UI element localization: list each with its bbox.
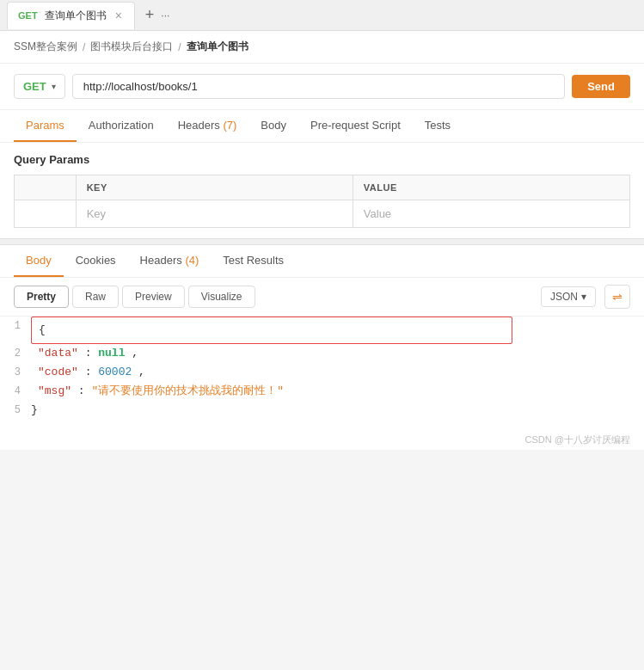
tab-params[interactable]: Params xyxy=(14,110,77,142)
open-brace: { xyxy=(39,323,46,336)
response-tabs: Body Cookies Headers (4) Test Results xyxy=(0,245,644,278)
method-dropdown[interactable]: GET ▾ xyxy=(14,74,65,99)
format-raw-btn[interactable]: Raw xyxy=(72,286,119,308)
tab-authorization[interactable]: Authorization xyxy=(77,110,166,142)
format-visualize-btn[interactable]: Visualize xyxy=(188,286,255,308)
json-type-dropdown[interactable]: JSON ▾ xyxy=(541,286,596,307)
code-content-2: "data" : null , xyxy=(31,344,644,363)
section-separator xyxy=(0,238,644,245)
params-key-header: KEY xyxy=(76,175,353,200)
tab-pre-request[interactable]: Pre-request Script xyxy=(298,110,413,142)
code-line-1: 1 { xyxy=(0,317,644,344)
line-num-1: 1 xyxy=(0,317,31,335)
line-num-3: 3 xyxy=(0,363,31,381)
resp-headers-badge: (4) xyxy=(185,254,199,267)
tab-close-icon[interactable]: × xyxy=(113,7,124,24)
watermark: CSDN @十八岁讨厌编程 xyxy=(0,430,644,450)
code-content-5: } xyxy=(31,401,644,420)
close-brace: } xyxy=(31,403,38,416)
line-num-5: 5 xyxy=(0,401,31,419)
method-arrow-icon: ▾ xyxy=(52,82,56,91)
request-tabs: Params Authorization Headers (7) Body Pr… xyxy=(0,110,644,143)
params-value-cell[interactable]: Value xyxy=(353,200,629,228)
params-value-header: VALUE xyxy=(353,175,629,200)
code-line-4: 4 "msg" : "请不要使用你的技术挑战我的耐性！" xyxy=(0,382,644,401)
tab-headers[interactable]: Headers (7) xyxy=(166,110,249,142)
send-button[interactable]: Send xyxy=(572,75,630,98)
more-tabs-icon[interactable]: ··· xyxy=(161,9,169,22)
query-params-title: Query Params xyxy=(14,153,630,166)
url-input[interactable] xyxy=(72,74,565,99)
format-pretty-btn[interactable]: Pretty xyxy=(14,286,69,308)
code-content-4: "msg" : "请不要使用你的技术挑战我的耐性！" xyxy=(31,382,644,401)
tab-title: 查询单个图书 xyxy=(45,9,107,23)
val-null: null xyxy=(98,347,125,360)
breadcrumb-sep-1: / xyxy=(83,41,85,53)
breadcrumb-item-3: 查询单个图书 xyxy=(187,40,248,54)
key-data: "data" xyxy=(38,347,78,360)
code-content-1: { xyxy=(31,317,644,344)
params-check-cell xyxy=(15,200,77,228)
tab-bar: GET 查询单个图书 × + ··· xyxy=(0,0,644,31)
code-line-3: 3 "code" : 60002 , xyxy=(0,363,644,382)
resp-tab-cookies[interactable]: Cookies xyxy=(64,245,128,277)
format-preview-btn[interactable]: Preview xyxy=(122,286,185,308)
val-code: 60002 xyxy=(98,366,132,378)
response-section: Body Cookies Headers (4) Test Results Pr… xyxy=(0,245,644,430)
key-msg: "msg" xyxy=(38,384,71,397)
resp-tab-headers[interactable]: Headers (4) xyxy=(128,245,212,277)
tab-tests[interactable]: Tests xyxy=(413,110,463,142)
word-wrap-button[interactable]: ⇌ xyxy=(604,285,630,309)
breadcrumb-item-1[interactable]: SSM整合案例 xyxy=(14,40,77,54)
breadcrumb-sep-2: / xyxy=(178,41,181,53)
active-tab[interactable]: GET 查询单个图书 × xyxy=(7,2,135,29)
params-empty-row: Key Value xyxy=(15,200,630,228)
request-bar: GET ▾ Send xyxy=(0,64,644,110)
json-type-arrow: ▾ xyxy=(581,291,586,303)
code-line-2: 2 "data" : null , xyxy=(0,344,644,363)
code-line-5: 5 } xyxy=(0,401,644,420)
new-tab-button[interactable]: + xyxy=(142,6,158,24)
breadcrumb: SSM整合案例 / 图书模块后台接口 / 查询单个图书 xyxy=(0,31,644,64)
method-label: GET xyxy=(23,80,46,93)
headers-badge: (7) xyxy=(223,119,236,132)
params-table: KEY VALUE Key Value xyxy=(14,175,630,228)
resp-tab-test-results[interactable]: Test Results xyxy=(211,245,296,277)
code-content-3: "code" : 60002 , xyxy=(31,363,644,382)
val-msg: "请不要使用你的技术挑战我的耐性！" xyxy=(91,384,284,397)
params-section: Query Params KEY VALUE Key Value xyxy=(0,143,644,238)
json-type-label: JSON xyxy=(550,291,578,303)
tab-method: GET xyxy=(18,10,38,21)
key-code: "code" xyxy=(38,366,78,378)
params-key-cell[interactable]: Key xyxy=(76,200,353,228)
resp-tab-body[interactable]: Body xyxy=(14,245,64,277)
wrap-icon: ⇌ xyxy=(612,291,623,303)
response-body-code: 1 { 2 "data" : null , 3 "code" : 6000 xyxy=(0,317,644,430)
params-check-header xyxy=(15,175,77,200)
tab-body[interactable]: Body xyxy=(248,110,298,142)
breadcrumb-item-2[interactable]: 图书模块后台接口 xyxy=(90,40,173,54)
line-num-2: 2 xyxy=(0,344,31,362)
response-toolbar: Pretty Raw Preview Visualize JSON ▾ ⇌ xyxy=(0,278,644,317)
line-num-4: 4 xyxy=(0,382,31,400)
